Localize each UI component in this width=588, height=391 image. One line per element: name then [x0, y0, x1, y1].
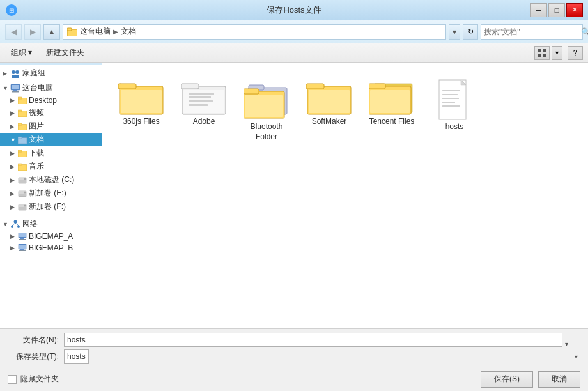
expand-icon: ▶ [10, 110, 18, 116]
svg-rect-20 [18, 123, 22, 125]
svg-rect-13 [13, 90, 17, 91]
address-part-2[interactable]: 文档 [121, 26, 136, 37]
filename-input[interactable] [64, 333, 562, 347]
expand-icon: ▶ [10, 245, 18, 251]
this-pc-label: 这台电脑 [22, 82, 53, 93]
sidebar-item-bigmap-b[interactable]: ▶ BIGEMAP_B [0, 242, 102, 254]
svg-rect-71 [369, 84, 385, 89]
action-bar: 隐藏文件夹 保存(S) 取消 [0, 367, 588, 391]
address-part-1[interactable]: 这台电脑 [80, 26, 111, 37]
svg-rect-68 [309, 90, 350, 113]
refresh-button[interactable]: ↻ [463, 24, 478, 40]
maximize-button[interactable]: □ [548, 3, 565, 17]
filetype-dropdown-arrow: ▾ [575, 353, 578, 360]
forward-button[interactable]: ▶ [24, 24, 41, 40]
svg-rect-47 [20, 249, 24, 250]
file-label-bluetooth: Bluetooth Folder [241, 122, 292, 142]
svg-rect-76 [442, 90, 460, 91]
filetype-label: 保存类型(T): [8, 351, 59, 362]
file-label-360js: 360js Files [123, 117, 159, 127]
svg-point-35 [24, 204, 26, 206]
svg-rect-6 [538, 54, 541, 57]
back-button[interactable]: ◀ [5, 24, 22, 40]
title-bar-left: ⊞ [5, 4, 18, 17]
sidebar-item-music[interactable]: ▶ 音乐 [0, 160, 102, 173]
file-item-tencent[interactable]: Tencent Files [363, 73, 421, 148]
expand-icon: ▶ [10, 177, 18, 183]
expand-icon: ▶ [10, 164, 18, 170]
expand-icon: ▶ [10, 123, 18, 130]
svg-rect-46 [19, 245, 26, 249]
svg-point-9 [15, 70, 19, 74]
hide-files-toggle[interactable]: 隐藏文件夹 [8, 374, 59, 385]
sidebar-item-videos[interactable]: ▶ 视频 [0, 106, 102, 119]
save-button[interactable]: 保存(S) [481, 371, 533, 388]
new-vol-e-label: 新加卷 (E:) [29, 188, 66, 199]
svg-rect-64 [244, 89, 259, 94]
svg-rect-44 [19, 239, 26, 240]
filetype-select[interactable]: hosts [64, 349, 89, 364]
file-label-hosts: hosts [445, 122, 464, 132]
folder-icon-softmaker [306, 79, 352, 117]
file-item-softmaker[interactable]: SoftMaker [300, 73, 358, 148]
filename-row: 文件名(N): ▾ [8, 333, 580, 347]
view-dropdown-button[interactable]: ▾ [552, 46, 562, 60]
sidebar-item-pictures[interactable]: ▶ 图片 [0, 119, 102, 133]
svg-rect-18 [18, 110, 22, 112]
sidebar-item-documents[interactable]: ▼ 文档 [0, 133, 102, 146]
network-label: 网络 [22, 218, 38, 229]
disk-icon [18, 190, 27, 197]
svg-rect-58 [189, 96, 211, 98]
sidebar-item-local-disk[interactable]: ▶ 本地磁盘 (C:) [0, 173, 102, 187]
organize-button[interactable]: 组织 ▾ [5, 46, 38, 60]
sidebar-item-this-pc[interactable]: ▼ 这台电脑 [0, 80, 102, 95]
svg-point-37 [11, 226, 13, 228]
action-buttons: 保存(S) 取消 [481, 371, 580, 388]
file-label-softmaker: SoftMaker [312, 117, 347, 127]
hide-files-checkbox[interactable] [8, 375, 17, 384]
downloads-label: 下载 [29, 148, 44, 158]
folder-icon [18, 96, 27, 104]
hide-files-label: 隐藏文件夹 [20, 374, 59, 385]
sidebar-item-network[interactable]: ▼ 网络 [0, 216, 102, 231]
svg-rect-10 [12, 75, 19, 78]
svg-rect-5 [543, 49, 546, 52]
view-button[interactable] [534, 46, 550, 60]
svg-rect-7 [543, 54, 546, 57]
svg-rect-26 [18, 164, 22, 165]
svg-rect-79 [442, 102, 455, 103]
sidebar-item-new-vol-e[interactable]: ▶ 新加卷 (E:) [0, 187, 102, 200]
file-item-hosts[interactable]: hosts [426, 73, 483, 148]
search-box[interactable]: 🔍 [481, 24, 583, 40]
minimize-button[interactable]: ─ [530, 3, 547, 17]
svg-rect-52 [118, 84, 136, 89]
bigmap-b-label: BIGEMAP_B [29, 243, 73, 252]
sidebar-item-desktop[interactable]: ▶ Desktop [0, 95, 102, 106]
svg-rect-77 [442, 94, 458, 95]
expand-icon: ▼ [10, 137, 18, 143]
svg-point-38 [17, 226, 20, 228]
sidebar-item-bigmap-a[interactable]: ▶ BIGEMAP_A [0, 231, 102, 242]
file-item-bluetooth[interactable]: Bluetooth Folder [238, 73, 295, 148]
svg-point-36 [14, 220, 17, 223]
sidebar-item-downloads[interactable]: ▶ 下载 [0, 146, 102, 160]
search-input[interactable] [484, 27, 580, 36]
sidebar-item-homegroup[interactable]: ▶ 家庭组 [0, 65, 102, 80]
expand-icon: ▶ [10, 150, 18, 157]
file-item-360js[interactable]: 360js Files [112, 73, 170, 148]
sidebar-item-new-vol-f[interactable]: ▶ 新加卷 (F:) [0, 200, 102, 213]
cancel-button[interactable]: 取消 [538, 371, 580, 388]
new-folder-button[interactable]: 新建文件夹 [40, 46, 90, 60]
filetype-row: 保存类型(T): hosts ▾ [8, 349, 580, 364]
address-bar[interactable]: 这台电脑 ▶ 文档 [63, 24, 446, 40]
help-button[interactable]: ? [568, 46, 583, 60]
up-button[interactable]: ▲ [43, 24, 60, 40]
disk-icon [18, 176, 27, 184]
address-dropdown-button[interactable]: ▾ [449, 24, 460, 40]
new-vol-f-label: 新加卷 (F:) [29, 201, 66, 212]
close-button[interactable]: ✕ [566, 3, 583, 17]
title-bar: ⊞ 保存Hosts文件 ─ □ ✕ [0, 0, 588, 20]
folder-icon-360js [118, 79, 164, 117]
file-item-adobe[interactable]: Adobe [175, 73, 233, 148]
svg-rect-12 [12, 85, 19, 89]
